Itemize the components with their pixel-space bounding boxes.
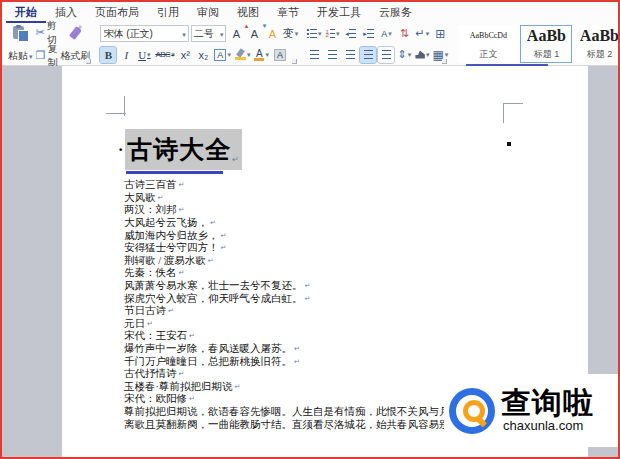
paragraph-mark-icon: ↵ bbox=[189, 395, 195, 403]
paragraph-mark-icon: ↵ bbox=[232, 155, 239, 170]
chevron-down-icon bbox=[219, 28, 224, 39]
paste-button[interactable]: 粘贴 bbox=[8, 25, 33, 63]
font-color-swatch bbox=[254, 58, 264, 61]
distribute-button[interactable] bbox=[378, 47, 394, 63]
tab-cloud[interactable]: 云服务 bbox=[370, 2, 421, 23]
tab-home[interactable]: 开始 bbox=[6, 2, 46, 23]
text-line: 爆竹声中一岁除，春风送暖入屠苏。↵ bbox=[124, 343, 574, 356]
shrink-font-button[interactable]: A▼ bbox=[246, 26, 262, 42]
format-painter-label: 格式刷 bbox=[60, 49, 90, 63]
scissors-icon: ✂ bbox=[36, 26, 45, 39]
styles-gallery: AaBbCcDd 正文 AaBb 标题 1 AaBb 标题 2 ▲ ▼ ▼ A … bbox=[454, 24, 620, 64]
align-right-button[interactable] bbox=[342, 47, 358, 63]
ribbon-toolbar: 粘贴 ✂ 剪切 ❐ 复制 格式刷 宋体 (正文) bbox=[2, 23, 618, 66]
tab-page-layout[interactable]: 页面布局 bbox=[86, 2, 148, 23]
watermark-domain: chaxunla.com bbox=[501, 418, 594, 433]
clipboard-group: 粘贴 ✂ 剪切 ❐ 复制 格式刷 bbox=[4, 24, 94, 64]
font-size-value: 二号 bbox=[194, 27, 214, 41]
highlighter-icon bbox=[235, 49, 246, 61]
italic-button[interactable]: I bbox=[118, 47, 134, 63]
style-heading-1[interactable]: AaBb 标题 1 bbox=[520, 25, 572, 63]
format-painter-button[interactable]: 格式刷 bbox=[60, 25, 90, 63]
watermark-name: 查询啦 bbox=[501, 388, 594, 418]
paragraph-mark-icon: ↵ bbox=[189, 332, 195, 340]
copy-button[interactable]: ❐ 复制 bbox=[36, 48, 58, 63]
paragraph-mark-icon: ↵ bbox=[179, 206, 185, 214]
grow-font-button[interactable]: A▲ bbox=[228, 26, 244, 42]
justify-button[interactable] bbox=[360, 47, 376, 63]
paragraph-mark-icon: ↵ bbox=[179, 370, 185, 378]
document-title-line[interactable]: · 古诗大全 ↵ bbox=[118, 129, 242, 170]
strikethrough-button[interactable]: ABC bbox=[154, 47, 175, 63]
text-line: 威加海内兮归故乡，↵ bbox=[124, 229, 574, 242]
sort-icon[interactable]: ⇅ bbox=[396, 26, 412, 42]
paragraph-mark-icon: ↵ bbox=[235, 383, 241, 391]
margin-mark-top-left-v bbox=[124, 96, 125, 116]
shading-button[interactable] bbox=[414, 47, 430, 63]
borders-button[interactable]: ▦ bbox=[432, 47, 448, 63]
text-line: 节日古诗↵ bbox=[124, 305, 574, 318]
style-normal[interactable]: AaBbCcDd 正文 bbox=[458, 25, 518, 63]
paragraph-mark-icon: ↵ bbox=[158, 194, 164, 202]
paragraph-mark-icon: ↵ bbox=[210, 219, 216, 227]
chaxunla-logo-icon bbox=[446, 385, 498, 437]
font-size-select[interactable]: 二号 bbox=[191, 25, 227, 42]
margin-mark-top-right-v bbox=[503, 103, 504, 123]
font-group: 宋体 (正文) 二号 A▲ A▼ A 变 B I U ABC x² x₂ A bbox=[98, 24, 300, 64]
text-line: 宋代：王安石↵ bbox=[124, 330, 574, 343]
numbered-list-button[interactable]: 12 bbox=[324, 26, 340, 42]
phonetic-guide-button[interactable]: 变 bbox=[282, 26, 298, 42]
title-selection-highlight: 古诗大全 ↵ bbox=[125, 129, 242, 170]
tab-section[interactable]: 章节 bbox=[268, 2, 308, 23]
paragraph-mark-icon: ↵ bbox=[208, 257, 214, 265]
superscript-button[interactable]: x² bbox=[177, 47, 193, 63]
tab-view[interactable]: 视图 bbox=[228, 2, 268, 23]
chevron-down-icon bbox=[181, 28, 186, 39]
tab-developer[interactable]: 开发工具 bbox=[308, 2, 370, 23]
format-painter-icon bbox=[69, 26, 82, 40]
text-line: 荆轲歌 / 渡易水歌↵ bbox=[124, 255, 574, 268]
bullet-list-button[interactable] bbox=[306, 26, 322, 42]
highlight-color-button[interactable] bbox=[234, 47, 252, 63]
style-heading-2[interactable]: AaBb 标题 2 bbox=[574, 25, 620, 63]
paragraph-mark-icon: ↵ bbox=[294, 345, 300, 353]
text-line: 千门万户曈曈日，总把新桃换旧符。↵ bbox=[124, 355, 574, 368]
character-scale-button[interactable]: A bbox=[378, 26, 394, 42]
align-right-icon bbox=[346, 50, 355, 59]
draw-table-icon[interactable]: ⊞ bbox=[432, 26, 448, 42]
bold-button[interactable]: B bbox=[100, 47, 116, 63]
align-center-button[interactable] bbox=[324, 47, 340, 63]
increase-indent-button[interactable]: ▸ bbox=[360, 26, 376, 42]
justify-icon bbox=[364, 50, 373, 59]
tab-review[interactable]: 审阅 bbox=[188, 2, 228, 23]
font-name-value: 宋体 (正文) bbox=[103, 27, 152, 41]
paragraph-group: 12 ◂ ▸ A ⇅ ↵ ⊞ ⇕ ▦ bbox=[304, 24, 450, 64]
cut-button[interactable]: ✂ 剪切 bbox=[36, 25, 58, 40]
line-spacing-button[interactable]: ⇕ bbox=[396, 47, 412, 63]
character-border-icon[interactable]: A bbox=[214, 49, 226, 61]
margin-mark-top-left-h bbox=[106, 113, 126, 114]
text-line: 先秦：佚名↵ bbox=[124, 267, 574, 280]
text-line: 探虎穴兮入蛟宫，仰天呼气兮成白虹。↵ bbox=[124, 292, 574, 305]
font-color-button[interactable]: A bbox=[253, 47, 270, 63]
font-name-select[interactable]: 宋体 (正文) bbox=[100, 25, 188, 42]
right-margin-dot bbox=[507, 142, 511, 146]
show-paragraph-marks-button[interactable]: ↵ bbox=[414, 26, 430, 42]
canvas-left-margin bbox=[2, 66, 62, 459]
paste-label: 粘贴 bbox=[8, 49, 33, 63]
align-left-button[interactable] bbox=[306, 47, 322, 63]
subscript-button[interactable]: x₂ bbox=[195, 47, 211, 63]
bullet-list-icon bbox=[307, 29, 309, 38]
character-shading-icon[interactable]: A bbox=[274, 49, 286, 61]
text-line: 大风起兮云飞扬，↵ bbox=[124, 217, 574, 230]
decrease-indent-button[interactable]: ◂ bbox=[342, 26, 358, 42]
document-canvas: · 古诗大全 ↵ 古诗三百首↵ 大风歌↵ 两汉：刘邦↵ 大风起兮云飞扬，↵ 威加… bbox=[2, 66, 618, 459]
text-line: 风萧萧兮易水寒，壮士一去兮不复还。↵ bbox=[124, 280, 574, 293]
cut-copy-column: ✂ 剪切 ❐ 复制 bbox=[36, 25, 58, 63]
underline-button[interactable]: U bbox=[136, 47, 152, 63]
align-left-icon bbox=[310, 50, 319, 59]
text-line: 大风歌↵ bbox=[124, 192, 574, 205]
tab-references[interactable]: 引用 bbox=[148, 2, 188, 23]
distribute-icon bbox=[382, 50, 391, 59]
paragraph-mark-icon: ↵ bbox=[221, 232, 227, 240]
